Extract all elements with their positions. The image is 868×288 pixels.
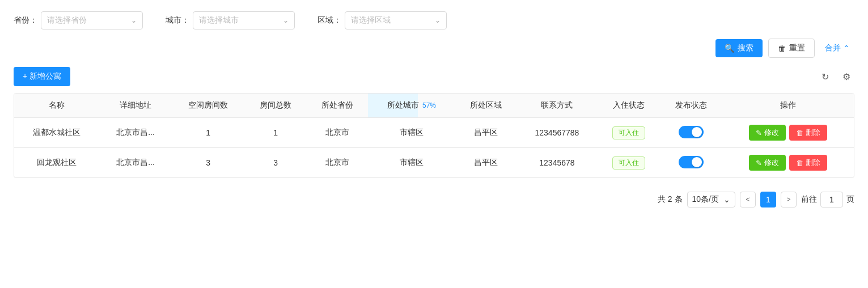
cell-operations: ✎ 修改🗑 删除 [722, 118, 854, 148]
chevron-down-icon: ⌄ [723, 195, 730, 204]
edit-button[interactable]: ✎ 修改 [749, 155, 786, 171]
trash-icon: 🗑 [796, 159, 803, 167]
city-filter: 城市： 请选择城市 ⌄ [166, 11, 295, 29]
apartment-table: 名称 详细地址 空闲房间数 房间总数 所处省份 所处城市 57% 所处区域 联系… [14, 93, 854, 178]
district-filter: 区域： 请选择区域 ⌄ [317, 11, 447, 29]
page-size-select[interactable]: 10条/页 ⌄ [687, 192, 735, 207]
delete-button[interactable]: 🗑 删除 [789, 155, 827, 171]
cell-5: 市辖区 [368, 118, 455, 148]
merge-button[interactable]: 合并 ⌃ [820, 39, 854, 57]
district-label: 区域： [317, 15, 341, 26]
city-placeholder: 请选择城市 [199, 15, 239, 26]
cell-publish-status [660, 118, 722, 148]
city-label: 城市： [166, 15, 189, 26]
chevron-down-icon: ⌄ [283, 16, 289, 24]
cell-3: 1 [245, 118, 307, 148]
col-province: 所处省份 [307, 94, 369, 118]
cell-checkin-status: 可入住 [597, 148, 660, 178]
trash-icon: 🗑 [778, 44, 786, 53]
current-page-button[interactable]: 1 [760, 192, 776, 207]
province-placeholder: 请选择省份 [47, 15, 87, 26]
search-button[interactable]: 🔍 搜索 [715, 39, 763, 57]
refresh-icon[interactable]: ↻ [817, 69, 833, 84]
chevron-down-icon: ⌄ [435, 16, 441, 24]
col-city: 所处城市 57% [368, 94, 455, 118]
cell-4: 北京市 [307, 118, 369, 148]
col-total-rooms: 房间总数 [245, 94, 307, 118]
cell-0: 回龙观社区 [14, 148, 100, 178]
cell-6: 昌平区 [455, 118, 517, 148]
district-select[interactable]: 请选择区域 ⌄ [345, 11, 447, 29]
next-page-button[interactable]: > [781, 192, 797, 207]
col-contact: 联系方式 [517, 94, 598, 118]
pagination: 共 2 条 10条/页 ⌄ < 1 > 前往 页 [14, 187, 854, 212]
cell-checkin-status: 可入住 [597, 118, 660, 148]
reset-button[interactable]: 🗑 重置 [768, 39, 815, 58]
cell-4: 北京市 [307, 148, 369, 178]
cell-5: 市辖区 [368, 148, 455, 178]
province-filter: 省份： 请选择省份 ⌄ [14, 11, 143, 29]
cell-1: 北京市昌... [100, 118, 171, 148]
prev-page-button[interactable]: < [740, 192, 756, 207]
cell-operations: ✎ 修改🗑 删除 [722, 148, 854, 178]
cell-3: 3 [245, 148, 307, 178]
cell-1: 北京市昌... [100, 148, 171, 178]
province-select[interactable]: 请选择省份 ⌄ [41, 11, 143, 29]
table-row: 回龙观社区北京市昌...33北京市市辖区昌平区12345678可入住✎ 修改🗑 … [14, 148, 854, 178]
edit-icon: ✎ [756, 129, 762, 137]
edit-button[interactable]: ✎ 修改 [749, 125, 786, 141]
district-placeholder: 请选择区域 [351, 15, 391, 26]
city-select[interactable]: 请选择城市 ⌄ [193, 11, 295, 29]
status-badge: 可入住 [612, 126, 645, 139]
settings-icon[interactable]: ⚙ [839, 69, 854, 84]
search-icon: 🔍 [725, 44, 734, 53]
cell-7: 12345678 [517, 148, 598, 178]
col-checkin-status: 入住状态 [597, 94, 660, 118]
cell-publish-status [660, 148, 722, 178]
status-badge: 可入住 [612, 156, 645, 170]
delete-button[interactable]: 🗑 删除 [789, 125, 827, 141]
chevron-up-icon: ⌃ [843, 44, 850, 53]
trash-icon: 🗑 [796, 129, 803, 137]
col-operations: 操作 [722, 94, 854, 118]
goto-page: 前往 页 [801, 192, 854, 207]
cell-7: 1234567788 [517, 118, 598, 148]
cell-2: 1 [171, 118, 245, 148]
add-apartment-button[interactable]: + 新增公寓 [14, 67, 70, 86]
cell-6: 昌平区 [455, 148, 517, 178]
province-label: 省份： [14, 15, 37, 26]
col-publish-status: 发布状态 [660, 94, 722, 118]
col-free-rooms: 空闲房间数 [171, 94, 245, 118]
publish-toggle[interactable] [679, 126, 704, 138]
col-name: 名称 [14, 94, 100, 118]
table-row: 温都水城社区北京市昌...11北京市市辖区昌平区1234567788可入住✎ 修… [14, 118, 854, 148]
cell-0: 温都水城社区 [14, 118, 100, 148]
col-address: 详细地址 [100, 94, 171, 118]
publish-toggle[interactable] [679, 156, 704, 168]
chevron-down-icon: ⌄ [131, 16, 137, 24]
total-count: 共 2 条 [658, 194, 683, 205]
cell-2: 3 [171, 148, 245, 178]
col-district: 所处区域 [455, 94, 517, 118]
edit-icon: ✎ [756, 159, 762, 167]
goto-input[interactable] [820, 192, 843, 207]
